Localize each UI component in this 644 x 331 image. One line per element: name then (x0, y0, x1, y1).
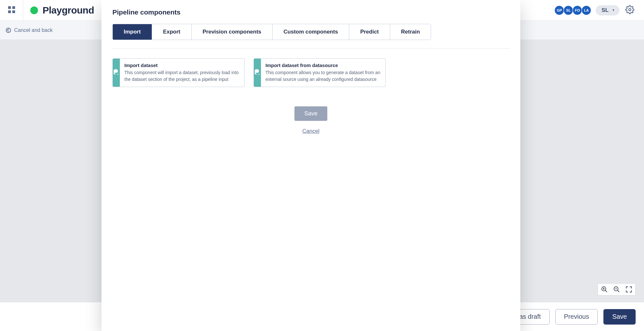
modal-save-label: Save (304, 110, 317, 117)
tab-import[interactable]: Import (113, 24, 152, 40)
avatar-stack: GP SL FO LA (555, 5, 591, 15)
cancel-and-back-link[interactable]: Cancel and back (6, 27, 53, 33)
card-desc: This component will import a dataset, pr… (124, 69, 240, 83)
settings-button[interactable] (625, 5, 634, 15)
svg-rect-3 (12, 10, 15, 13)
database-import-icon (113, 69, 120, 77)
database-import-icon (254, 69, 261, 77)
svg-rect-0 (8, 6, 11, 9)
modal-actions: Save Cancel (112, 106, 509, 134)
page-title: Playground (43, 5, 94, 16)
tab-custom-components[interactable]: Custom components (273, 24, 349, 40)
brand: Playground (23, 5, 94, 16)
caret-down-icon: ▼ (612, 8, 615, 12)
component-tabs: Import Export Prevision components Custo… (112, 24, 431, 40)
card-title: Import dataset (124, 63, 240, 68)
card-stripe (113, 59, 120, 87)
avatar[interactable]: SL (563, 5, 573, 15)
card-desc: This component allows you to generate a … (265, 69, 381, 83)
pipeline-components-modal: Pipeline components Import Export Previs… (101, 0, 520, 331)
card-import-dataset[interactable]: Import dataset This component will impor… (112, 58, 245, 87)
apps-grid-icon (7, 5, 16, 15)
modal-cancel-label: Cancel (303, 128, 320, 134)
zoom-out-button[interactable] (613, 286, 620, 293)
modal-cancel-link[interactable]: Cancel (303, 128, 320, 134)
component-cards: Import dataset This component will impor… (112, 58, 509, 87)
svg-point-4 (629, 8, 631, 11)
previous-button[interactable]: Previous (555, 309, 598, 325)
modal-title: Pipeline components (112, 8, 509, 16)
gear-icon (625, 10, 634, 15)
card-title: Import dataset from datasource (265, 63, 381, 68)
apps-menu-button[interactable] (0, 0, 23, 21)
tab-predict[interactable]: Predict (349, 24, 390, 40)
divider (112, 48, 509, 49)
modal-save-button[interactable]: Save (294, 106, 327, 121)
cancel-and-back-label: Cancel and back (14, 27, 53, 33)
back-arrow-icon (6, 28, 11, 33)
tab-export[interactable]: Export (152, 24, 192, 40)
save-button[interactable]: Save (603, 309, 636, 325)
previous-label: Previous (564, 313, 589, 320)
zoom-fit-button[interactable] (625, 286, 633, 293)
avatar[interactable]: FO (572, 5, 582, 15)
card-import-dataset-from-datasource[interactable]: Import dataset from datasource This comp… (254, 58, 386, 87)
svg-rect-1 (12, 6, 15, 9)
zoom-in-button[interactable] (601, 286, 608, 293)
tab-retrain[interactable]: Retrain (390, 24, 431, 40)
user-initials: SL (601, 7, 609, 14)
card-stripe (254, 59, 261, 87)
avatar[interactable]: LA (582, 5, 591, 15)
status-dot-icon (30, 6, 38, 14)
zoom-controls (598, 283, 636, 296)
save-label: Save (612, 313, 627, 320)
avatar[interactable]: GP (554, 5, 564, 15)
svg-rect-2 (8, 10, 11, 13)
svg-line-6 (605, 290, 607, 292)
svg-line-10 (618, 290, 620, 292)
user-menu[interactable]: SL ▼ (596, 5, 620, 15)
tab-prevision-components[interactable]: Prevision components (192, 24, 273, 40)
